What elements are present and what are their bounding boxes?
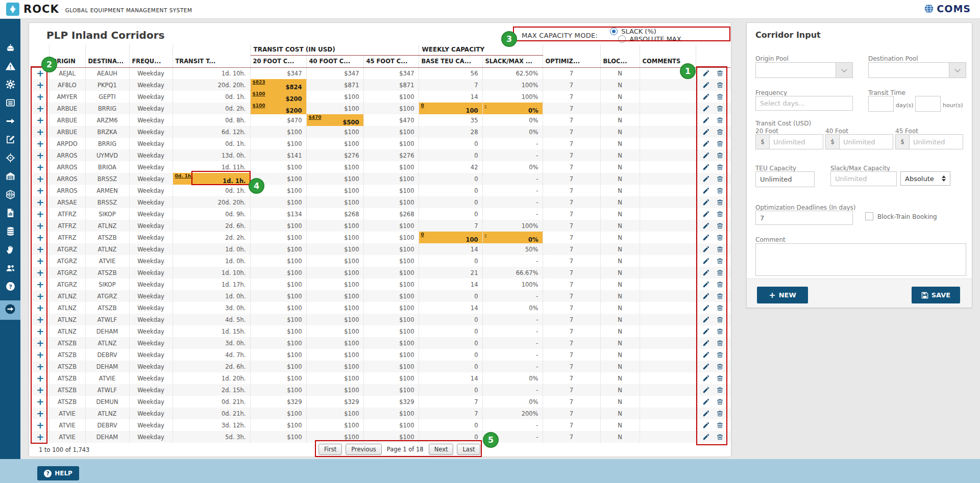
- delete-row-button[interactable]: [716, 257, 724, 265]
- delete-row-button[interactable]: [716, 116, 724, 124]
- slack-max-input[interactable]: [830, 171, 897, 186]
- edit-row-button[interactable]: [702, 421, 710, 429]
- sidebar-item-flows[interactable]: [0, 113, 20, 131]
- delete-row-button[interactable]: [716, 222, 724, 230]
- edit-row-button[interactable]: [702, 234, 710, 241]
- edit-row-button[interactable]: [702, 327, 710, 335]
- edit-row-button[interactable]: [702, 163, 710, 171]
- next-page-button[interactable]: Next: [429, 444, 454, 455]
- transit-hours-input[interactable]: [915, 96, 941, 112]
- add-row-button[interactable]: +: [32, 126, 49, 138]
- add-row-button[interactable]: +: [32, 161, 49, 173]
- edit-row-button[interactable]: [702, 140, 710, 147]
- first-page-button[interactable]: First: [318, 444, 342, 455]
- teu-capacity-input[interactable]: [755, 171, 815, 187]
- add-row-button[interactable]: +: [32, 196, 49, 208]
- sidebar-item-depot[interactable]: [0, 168, 20, 186]
- add-row-button[interactable]: +: [32, 103, 49, 114]
- add-row-button[interactable]: +: [32, 408, 49, 419]
- add-row-button[interactable]: +: [32, 220, 49, 232]
- add-row-button[interactable]: +: [32, 290, 49, 302]
- add-row-button[interactable]: +: [32, 67, 49, 79]
- delete-row-button[interactable]: [716, 175, 724, 183]
- add-row-button[interactable]: +: [32, 208, 49, 220]
- add-row-button[interactable]: +: [32, 419, 49, 431]
- edit-row-button[interactable]: [702, 363, 710, 370]
- previous-value[interactable]: $470: [309, 115, 322, 120]
- sidebar-item-tracking[interactable]: [0, 149, 20, 168]
- comment-textarea[interactable]: [755, 243, 966, 276]
- previous-value[interactable]: $100: [253, 103, 265, 108]
- delete-row-button[interactable]: [716, 210, 724, 218]
- delete-row-button[interactable]: [716, 269, 724, 276]
- add-row-button[interactable]: +: [32, 91, 49, 103]
- sidebar-item-edit[interactable]: [0, 131, 20, 149]
- mode-option-absolute-max[interactable]: ABSOLUTE MAX: [618, 35, 681, 43]
- radio-icon[interactable]: [618, 35, 626, 43]
- edit-row-button[interactable]: [702, 116, 710, 124]
- delete-row-button[interactable]: [716, 128, 724, 136]
- add-row-button[interactable]: +: [32, 431, 49, 443]
- frequency-input[interactable]: [755, 96, 853, 111]
- cost-40ft-input[interactable]: [839, 134, 893, 149]
- delete-row-button[interactable]: [716, 69, 724, 77]
- edit-row-button[interactable]: [702, 351, 710, 359]
- save-button[interactable]: SAVE: [912, 287, 960, 303]
- edit-row-button[interactable]: [702, 292, 710, 300]
- mode-option-slack[interactable]: SLACK (%): [610, 28, 681, 35]
- delete-row-button[interactable]: [716, 93, 724, 100]
- sidebar-item-reports[interactable]: [0, 205, 20, 223]
- add-row-button[interactable]: +: [32, 149, 49, 161]
- edit-row-button[interactable]: [702, 151, 710, 159]
- add-row-button[interactable]: +: [32, 185, 49, 196]
- edit-row-button[interactable]: [702, 386, 710, 394]
- help-button[interactable]: ? HELP: [37, 466, 79, 480]
- cost-45ft-input[interactable]: [909, 134, 963, 149]
- edit-row-button[interactable]: [702, 269, 710, 276]
- edit-row-button[interactable]: [702, 222, 710, 230]
- edit-row-button[interactable]: [702, 198, 710, 206]
- delete-row-button[interactable]: [716, 234, 724, 241]
- destination-pool-select[interactable]: [868, 62, 966, 78]
- delete-row-button[interactable]: [716, 386, 724, 394]
- edit-row-button[interactable]: [702, 175, 710, 183]
- sidebar-item-help[interactable]: ?: [0, 278, 20, 296]
- chevron-down-icon[interactable]: [949, 63, 966, 78]
- edit-row-button[interactable]: [702, 433, 710, 441]
- delete-row-button[interactable]: [716, 81, 724, 89]
- delete-row-button[interactable]: [716, 327, 724, 335]
- add-row-button[interactable]: +: [32, 114, 49, 126]
- sidebar-item-active[interactable]: [0, 300, 20, 320]
- delete-row-button[interactable]: [716, 433, 724, 441]
- add-row-button[interactable]: +: [32, 384, 49, 396]
- sidebar-item-alerts[interactable]: [0, 58, 20, 76]
- edit-row-button[interactable]: [702, 93, 710, 100]
- cost-20ft-input[interactable]: [769, 134, 823, 149]
- edit-row-button[interactable]: [702, 304, 710, 312]
- delete-row-button[interactable]: [716, 245, 724, 253]
- previous-value[interactable]: -: [485, 103, 487, 108]
- delete-row-button[interactable]: [716, 363, 724, 370]
- delete-row-button[interactable]: [716, 421, 724, 429]
- sidebar-item-vessel[interactable]: [0, 39, 20, 58]
- add-row-button[interactable]: +: [32, 278, 49, 290]
- sidebar-item-manual[interactable]: [0, 241, 20, 260]
- delete-row-button[interactable]: [716, 374, 724, 382]
- edit-row-button[interactable]: [702, 257, 710, 265]
- edit-row-button[interactable]: [702, 339, 710, 347]
- delete-row-button[interactable]: [716, 187, 724, 194]
- slack-mode-select[interactable]: Absolute: [900, 171, 950, 186]
- edit-row-button[interactable]: [702, 187, 710, 194]
- add-row-button[interactable]: +: [32, 255, 49, 267]
- delete-row-button[interactable]: [716, 198, 724, 206]
- sidebar-item-data[interactable]: [0, 223, 20, 241]
- previous-value[interactable]: 0: [421, 232, 424, 237]
- block-train-checkbox[interactable]: [865, 212, 873, 220]
- previous-value[interactable]: 0d. 1h.: [175, 173, 193, 179]
- delete-row-button[interactable]: [716, 304, 724, 312]
- previous-page-button[interactable]: Previous: [346, 444, 382, 455]
- delete-row-button[interactable]: [716, 281, 724, 288]
- edit-row-button[interactable]: [702, 316, 710, 323]
- add-row-button[interactable]: +: [32, 138, 49, 149]
- delete-row-button[interactable]: [716, 351, 724, 359]
